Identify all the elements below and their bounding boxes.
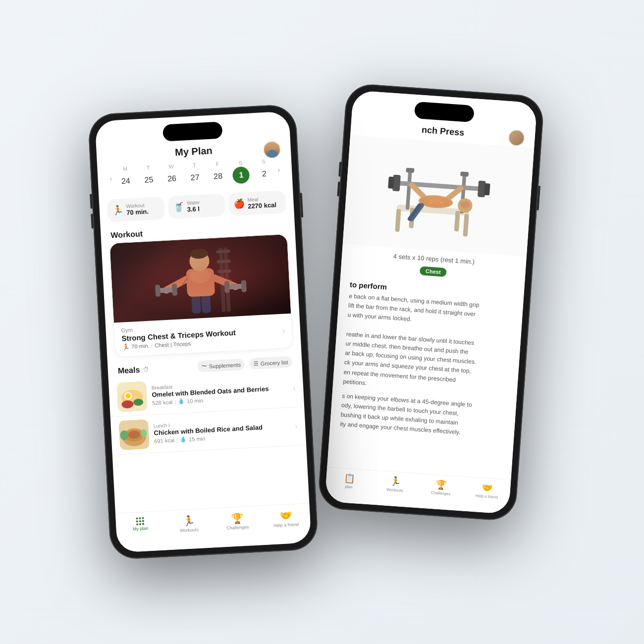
workout-clock-icon: 🏃 [122, 343, 130, 351]
calendar-day-thu[interactable]: T 27 [186, 162, 204, 187]
calendar-day-wed[interactable]: W 26 [162, 163, 180, 188]
cal-num-mon: 24 [117, 172, 135, 190]
workouts-nav-icon: 🏃 [182, 514, 195, 527]
calendar-day-sat[interactable]: S 1 [232, 160, 250, 184]
svg-rect-7 [406, 168, 414, 173]
grocery-label: Grocery list [261, 359, 288, 367]
cal-num-sun: 2 [256, 165, 273, 183]
svg-rect-11 [388, 176, 394, 189]
exercise-illustration [343, 135, 534, 257]
lunch-time-icon: 💧 [180, 436, 187, 443]
back-nav-plan[interactable]: 📋 plan [325, 471, 373, 490]
separator: | [151, 342, 153, 348]
workouts-icon: 🏃 [389, 476, 401, 487]
meta-separator: | [174, 399, 176, 405]
stat-meal[interactable]: 🍎 Meal 2270 kcal [228, 190, 286, 216]
breakfast-image-svg [116, 381, 148, 412]
meals-title: Meals [117, 365, 140, 375]
myplan-icon [136, 517, 144, 526]
cal-num-thu: 27 [186, 169, 204, 187]
front-dynamic-island [162, 121, 223, 141]
workouts-nav-label: Workouts [180, 527, 199, 533]
cal-letter-thu: T [193, 162, 196, 168]
plan-icon: 📋 [344, 473, 355, 484]
back-bottom-nav: 📋 plan 🏃 Workouts 🏆 Challenges 🤝 Help a … [324, 467, 511, 514]
nav-workouts[interactable]: 🏃 Workouts [164, 513, 214, 534]
cal-num-sat: 1 [232, 166, 250, 184]
workout-card[interactable]: Gym Strong Chest & Triceps Workout 🏃 70 … [109, 234, 293, 358]
calendar-day-sun[interactable]: S 2 [255, 158, 273, 183]
user-avatar[interactable] [263, 140, 281, 159]
svg-rect-8 [460, 171, 469, 176]
cal-num-tue: 25 [140, 171, 158, 189]
supplements-btn[interactable]: 〜 Supplements [197, 359, 245, 373]
svg-rect-5 [406, 169, 412, 210]
calendar-day-fri[interactable]: F 28 [209, 161, 227, 185]
stat-water[interactable]: 🥤 Water 3.6 l [167, 193, 225, 219]
breakfast-time-icon: 💧 [178, 398, 185, 405]
back-nav-workouts-label: Workouts [386, 487, 403, 493]
workout-stat-icon: 🏃 [112, 205, 123, 216]
back-nav-plan-label: plan [345, 484, 353, 489]
breakfast-time: 10 min [187, 397, 204, 404]
meal-image-breakfast [116, 381, 148, 412]
meal-stat-info: Meal 2270 kcal [247, 196, 276, 210]
back-title: nch Press [421, 125, 464, 138]
grocery-btn[interactable]: ☰ Grocery list [249, 356, 292, 370]
meal-image-lunch [118, 419, 150, 450]
challenges-icon: 🏆 [435, 479, 447, 490]
water-stat-icon: 🥤 [173, 202, 184, 213]
workout-muscles: Chest | Triceps [155, 340, 191, 348]
avatar-face [264, 141, 280, 158]
nav-help[interactable]: 🤝 Help a friend [261, 508, 311, 529]
grocery-icon: ☰ [254, 360, 259, 367]
calendar-day-mon[interactable]: M 24 [116, 165, 134, 190]
meal-arrow-lunch: › [295, 422, 298, 430]
back-nav-challenges-label: Challenges [430, 490, 451, 496]
cal-letter-wed: W [168, 163, 174, 170]
workout-arrow-icon: › [282, 326, 285, 335]
calendar-day-tue[interactable]: T 25 [140, 164, 158, 189]
cal-letter-sat: S [239, 160, 243, 165]
myplan-label: My plan [133, 526, 149, 532]
back-nav-challenges[interactable]: 🏆 Challenges [418, 478, 465, 497]
workout-duration: 70 min. [131, 343, 150, 350]
challenges-nav-label: Challenges [226, 525, 249, 531]
nav-challenges[interactable]: 🏆 Challenges [213, 511, 262, 531]
screen-content: My Plan ‹ M 24 [95, 111, 311, 552]
help-icon: 🤝 [482, 482, 493, 493]
avatar-body [267, 150, 277, 158]
water-value: 3.6 l [187, 205, 200, 213]
cal-letter-mon: M [123, 166, 128, 172]
calendar-prev-arrow[interactable]: ‹ [107, 174, 114, 183]
meals-clock-icon: ⏱ [143, 366, 149, 373]
back-nav-workouts[interactable]: 🏃 Workouts [372, 475, 419, 494]
stat-workout[interactable]: 🏃 Workout 70 min. [107, 197, 165, 222]
lunch-kcal: 691 kcal [154, 437, 175, 444]
supplements-icon: 〜 [201, 363, 207, 371]
meta-separator2: | [176, 437, 178, 443]
back-nav-help[interactable]: 🤝 Help a friend [464, 481, 511, 500]
workout-stat-info: Workout 70 min. [126, 202, 149, 216]
breakfast-kcal: 528 kcal [152, 399, 173, 406]
water-stat-info: Water 3.6 l [187, 200, 201, 213]
workout-text: Gym Strong Chest & Triceps Workout 🏃 70 … [121, 319, 283, 351]
bottom-nav: My plan 🏃 Workouts 🏆 Challenges 🤝 Help a… [115, 503, 312, 552]
meals-title-row: Meals ⏱ [117, 365, 149, 375]
challenges-nav-icon: 🏆 [231, 512, 244, 524]
calendar-next-arrow[interactable]: › [275, 165, 282, 174]
how-to-text: e back on a flat bench, using a medium w… [333, 291, 523, 398]
back-nav-help-label: Help a friend [475, 493, 498, 499]
back-phone-screen: nch Press [324, 90, 537, 514]
svg-rect-13 [484, 183, 490, 196]
front-phone-screen: My Plan ‹ M 24 [95, 111, 311, 552]
svg-rect-1 [395, 209, 401, 232]
bench-press-svg [381, 148, 496, 244]
nav-myplan[interactable]: My plan [115, 516, 164, 533]
back-avatar [507, 129, 525, 147]
help-nav-icon: 🤝 [279, 509, 292, 522]
supplements-label: Supplements [209, 362, 241, 369]
meal-arrow-breakfast: › [293, 384, 296, 392]
cal-letter-fri: F [215, 161, 219, 167]
help-nav-label: Help a friend [273, 522, 299, 528]
